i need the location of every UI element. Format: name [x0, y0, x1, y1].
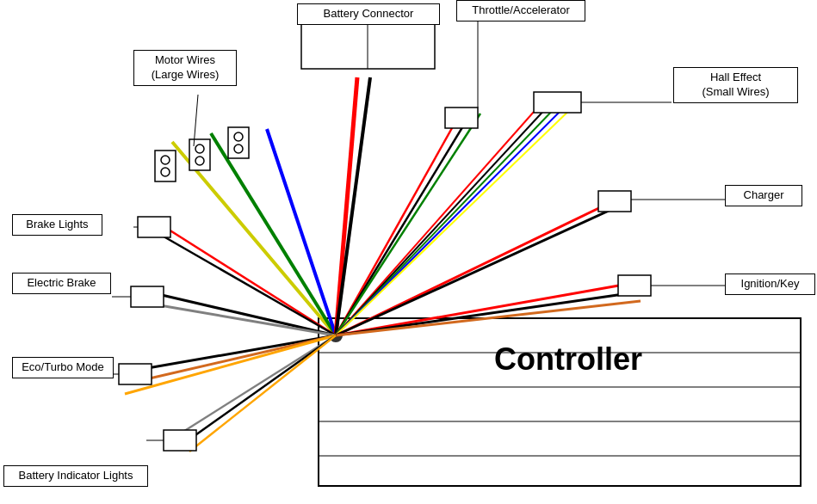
controller-label: Controller — [494, 341, 642, 377]
svg-rect-44 — [534, 92, 581, 113]
eco-turbo-label: Eco/Turbo Mode — [12, 357, 114, 378]
svg-rect-43 — [445, 108, 478, 128]
ignition-label: Ignition/Key — [725, 274, 815, 295]
svg-line-27 — [138, 335, 336, 370]
svg-rect-45 — [598, 191, 631, 212]
svg-line-25 — [151, 292, 336, 335]
battery-connector-label: Battery Connector — [297, 3, 440, 25]
brake-lights-label: Brake Lights — [12, 214, 102, 236]
svg-line-14 — [336, 108, 547, 335]
svg-rect-50 — [164, 430, 196, 451]
motor-wires-label: Motor Wires(Large Wires) — [133, 50, 237, 86]
throttle-label: Throttle/Accelerator — [456, 0, 585, 22]
svg-line-13 — [336, 112, 534, 335]
svg-rect-47 — [138, 217, 170, 237]
svg-rect-46 — [618, 275, 651, 296]
svg-line-7 — [267, 129, 336, 335]
svg-line-29 — [125, 335, 336, 394]
svg-line-51 — [194, 95, 198, 146]
svg-line-23 — [159, 224, 336, 335]
svg-rect-48 — [131, 286, 164, 307]
charger-label: Charger — [725, 185, 802, 206]
battery-indicator-label: Battery Indicator Lights — [3, 465, 148, 487]
svg-line-31 — [181, 335, 336, 446]
svg-line-6 — [211, 133, 336, 335]
electric-brake-label: Electric Brake — [12, 273, 111, 294]
hall-effect-label: Hall Effect(Small Wires) — [673, 67, 798, 103]
svg-rect-49 — [119, 364, 152, 384]
